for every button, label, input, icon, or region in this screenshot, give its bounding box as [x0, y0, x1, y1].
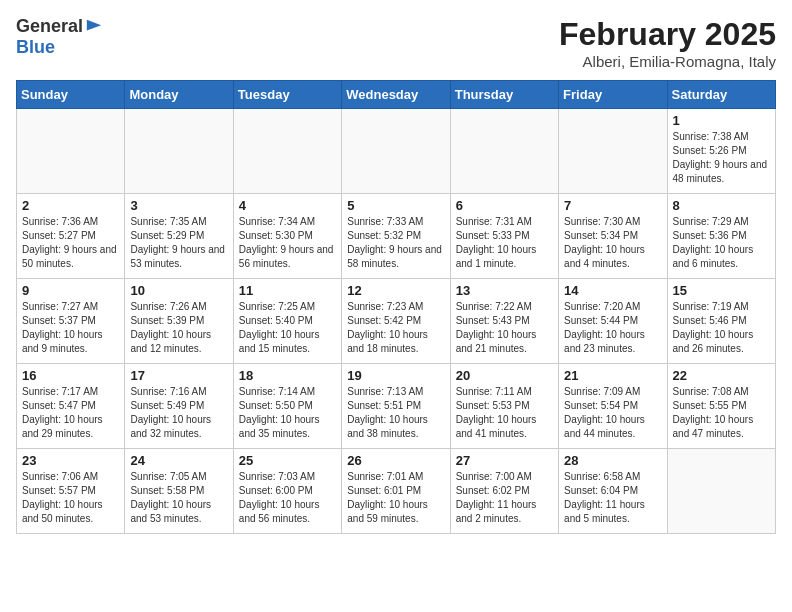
day-info: Sunrise: 7:36 AM Sunset: 5:27 PM Dayligh… — [22, 215, 119, 271]
calendar-week-row: 9Sunrise: 7:27 AM Sunset: 5:37 PM Daylig… — [17, 279, 776, 364]
logo-flag-icon — [85, 18, 103, 36]
day-number: 4 — [239, 198, 336, 213]
calendar-cell — [17, 109, 125, 194]
calendar-cell: 14Sunrise: 7:20 AM Sunset: 5:44 PM Dayli… — [559, 279, 667, 364]
day-number: 25 — [239, 453, 336, 468]
day-info: Sunrise: 7:14 AM Sunset: 5:50 PM Dayligh… — [239, 385, 336, 441]
calendar-cell: 18Sunrise: 7:14 AM Sunset: 5:50 PM Dayli… — [233, 364, 341, 449]
month-title: February 2025 — [559, 16, 776, 53]
day-number: 6 — [456, 198, 553, 213]
day-info: Sunrise: 7:06 AM Sunset: 5:57 PM Dayligh… — [22, 470, 119, 526]
calendar-header-row: SundayMondayTuesdayWednesdayThursdayFrid… — [17, 81, 776, 109]
day-number: 1 — [673, 113, 770, 128]
day-info: Sunrise: 7:27 AM Sunset: 5:37 PM Dayligh… — [22, 300, 119, 356]
day-info: Sunrise: 7:35 AM Sunset: 5:29 PM Dayligh… — [130, 215, 227, 271]
calendar-cell: 3Sunrise: 7:35 AM Sunset: 5:29 PM Daylig… — [125, 194, 233, 279]
calendar-cell — [450, 109, 558, 194]
day-info: Sunrise: 7:09 AM Sunset: 5:54 PM Dayligh… — [564, 385, 661, 441]
calendar-cell: 2Sunrise: 7:36 AM Sunset: 5:27 PM Daylig… — [17, 194, 125, 279]
day-info: Sunrise: 7:31 AM Sunset: 5:33 PM Dayligh… — [456, 215, 553, 271]
calendar-cell: 25Sunrise: 7:03 AM Sunset: 6:00 PM Dayli… — [233, 449, 341, 534]
calendar-cell: 26Sunrise: 7:01 AM Sunset: 6:01 PM Dayli… — [342, 449, 450, 534]
day-info: Sunrise: 7:25 AM Sunset: 5:40 PM Dayligh… — [239, 300, 336, 356]
day-info: Sunrise: 7:19 AM Sunset: 5:46 PM Dayligh… — [673, 300, 770, 356]
day-number: 23 — [22, 453, 119, 468]
day-number: 3 — [130, 198, 227, 213]
calendar-week-row: 1Sunrise: 7:38 AM Sunset: 5:26 PM Daylig… — [17, 109, 776, 194]
calendar-cell: 4Sunrise: 7:34 AM Sunset: 5:30 PM Daylig… — [233, 194, 341, 279]
calendar-cell: 13Sunrise: 7:22 AM Sunset: 5:43 PM Dayli… — [450, 279, 558, 364]
day-info: Sunrise: 6:58 AM Sunset: 6:04 PM Dayligh… — [564, 470, 661, 526]
weekday-header-wednesday: Wednesday — [342, 81, 450, 109]
calendar-cell: 15Sunrise: 7:19 AM Sunset: 5:46 PM Dayli… — [667, 279, 775, 364]
day-info: Sunrise: 7:03 AM Sunset: 6:00 PM Dayligh… — [239, 470, 336, 526]
day-info: Sunrise: 7:33 AM Sunset: 5:32 PM Dayligh… — [347, 215, 444, 271]
calendar-cell: 23Sunrise: 7:06 AM Sunset: 5:57 PM Dayli… — [17, 449, 125, 534]
logo-blue-text: Blue — [16, 37, 55, 58]
day-number: 11 — [239, 283, 336, 298]
day-info: Sunrise: 7:13 AM Sunset: 5:51 PM Dayligh… — [347, 385, 444, 441]
day-number: 18 — [239, 368, 336, 383]
calendar-cell: 22Sunrise: 7:08 AM Sunset: 5:55 PM Dayli… — [667, 364, 775, 449]
page-header: General Blue February 2025 Alberi, Emili… — [16, 16, 776, 70]
calendar-week-row: 23Sunrise: 7:06 AM Sunset: 5:57 PM Dayli… — [17, 449, 776, 534]
calendar-cell: 20Sunrise: 7:11 AM Sunset: 5:53 PM Dayli… — [450, 364, 558, 449]
calendar-cell: 10Sunrise: 7:26 AM Sunset: 5:39 PM Dayli… — [125, 279, 233, 364]
calendar-cell: 27Sunrise: 7:00 AM Sunset: 6:02 PM Dayli… — [450, 449, 558, 534]
calendar-cell: 12Sunrise: 7:23 AM Sunset: 5:42 PM Dayli… — [342, 279, 450, 364]
calendar-cell — [559, 109, 667, 194]
day-number: 21 — [564, 368, 661, 383]
calendar-cell: 17Sunrise: 7:16 AM Sunset: 5:49 PM Dayli… — [125, 364, 233, 449]
svg-marker-0 — [87, 19, 101, 30]
calendar-table: SundayMondayTuesdayWednesdayThursdayFrid… — [16, 80, 776, 534]
day-info: Sunrise: 7:23 AM Sunset: 5:42 PM Dayligh… — [347, 300, 444, 356]
day-info: Sunrise: 7:38 AM Sunset: 5:26 PM Dayligh… — [673, 130, 770, 186]
day-info: Sunrise: 7:01 AM Sunset: 6:01 PM Dayligh… — [347, 470, 444, 526]
weekday-header-monday: Monday — [125, 81, 233, 109]
day-number: 2 — [22, 198, 119, 213]
day-number: 28 — [564, 453, 661, 468]
day-number: 20 — [456, 368, 553, 383]
calendar-cell: 28Sunrise: 6:58 AM Sunset: 6:04 PM Dayli… — [559, 449, 667, 534]
calendar-cell — [125, 109, 233, 194]
calendar-cell: 5Sunrise: 7:33 AM Sunset: 5:32 PM Daylig… — [342, 194, 450, 279]
day-info: Sunrise: 7:20 AM Sunset: 5:44 PM Dayligh… — [564, 300, 661, 356]
day-info: Sunrise: 7:34 AM Sunset: 5:30 PM Dayligh… — [239, 215, 336, 271]
calendar-week-row: 2Sunrise: 7:36 AM Sunset: 5:27 PM Daylig… — [17, 194, 776, 279]
day-number: 15 — [673, 283, 770, 298]
day-info: Sunrise: 7:30 AM Sunset: 5:34 PM Dayligh… — [564, 215, 661, 271]
day-info: Sunrise: 7:22 AM Sunset: 5:43 PM Dayligh… — [456, 300, 553, 356]
day-info: Sunrise: 7:26 AM Sunset: 5:39 PM Dayligh… — [130, 300, 227, 356]
day-info: Sunrise: 7:08 AM Sunset: 5:55 PM Dayligh… — [673, 385, 770, 441]
calendar-cell: 6Sunrise: 7:31 AM Sunset: 5:33 PM Daylig… — [450, 194, 558, 279]
weekday-header-sunday: Sunday — [17, 81, 125, 109]
location-title: Alberi, Emilia-Romagna, Italy — [559, 53, 776, 70]
day-number: 7 — [564, 198, 661, 213]
calendar-cell: 11Sunrise: 7:25 AM Sunset: 5:40 PM Dayli… — [233, 279, 341, 364]
calendar-cell — [667, 449, 775, 534]
day-info: Sunrise: 7:29 AM Sunset: 5:36 PM Dayligh… — [673, 215, 770, 271]
calendar-cell: 16Sunrise: 7:17 AM Sunset: 5:47 PM Dayli… — [17, 364, 125, 449]
day-number: 5 — [347, 198, 444, 213]
calendar-cell: 19Sunrise: 7:13 AM Sunset: 5:51 PM Dayli… — [342, 364, 450, 449]
calendar-cell: 21Sunrise: 7:09 AM Sunset: 5:54 PM Dayli… — [559, 364, 667, 449]
calendar-cell: 24Sunrise: 7:05 AM Sunset: 5:58 PM Dayli… — [125, 449, 233, 534]
calendar-cell: 9Sunrise: 7:27 AM Sunset: 5:37 PM Daylig… — [17, 279, 125, 364]
day-number: 8 — [673, 198, 770, 213]
weekday-header-friday: Friday — [559, 81, 667, 109]
title-area: February 2025 Alberi, Emilia-Romagna, It… — [559, 16, 776, 70]
day-number: 17 — [130, 368, 227, 383]
day-number: 14 — [564, 283, 661, 298]
logo-general-text: General — [16, 16, 83, 37]
day-number: 26 — [347, 453, 444, 468]
day-info: Sunrise: 7:16 AM Sunset: 5:49 PM Dayligh… — [130, 385, 227, 441]
calendar-cell: 8Sunrise: 7:29 AM Sunset: 5:36 PM Daylig… — [667, 194, 775, 279]
day-number: 16 — [22, 368, 119, 383]
day-number: 24 — [130, 453, 227, 468]
logo: General Blue — [16, 16, 103, 58]
day-info: Sunrise: 7:11 AM Sunset: 5:53 PM Dayligh… — [456, 385, 553, 441]
day-number: 10 — [130, 283, 227, 298]
day-info: Sunrise: 7:00 AM Sunset: 6:02 PM Dayligh… — [456, 470, 553, 526]
day-number: 13 — [456, 283, 553, 298]
day-number: 9 — [22, 283, 119, 298]
